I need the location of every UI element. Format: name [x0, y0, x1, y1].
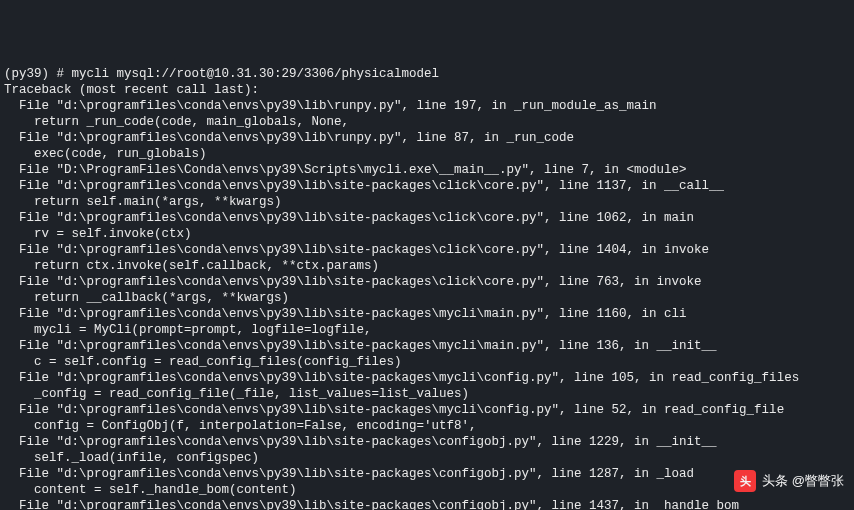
terminal-line: rv = self.invoke(ctx): [4, 226, 850, 242]
terminal-line: content = self._handle_bom(content): [4, 482, 850, 498]
terminal-line: File "D:\ProgramFiles\Conda\envs\py39\Sc…: [4, 162, 850, 178]
watermark-logo-icon: 头: [734, 470, 756, 492]
terminal-line: self._load(infile, configspec): [4, 450, 850, 466]
terminal-line: File "d:\programfiles\conda\envs\py39\li…: [4, 98, 850, 114]
terminal-line: File "d:\programfiles\conda\envs\py39\li…: [4, 130, 850, 146]
terminal-line: config = ConfigObj(f, interpolation=Fals…: [4, 418, 850, 434]
terminal-line: File "d:\programfiles\conda\envs\py39\li…: [4, 306, 850, 322]
terminal-line: File "d:\programfiles\conda\envs\py39\li…: [4, 402, 850, 418]
watermark-label: 头条 @瞥瞥张: [762, 473, 844, 490]
terminal-line: (py39) # mycli mysql://root@10.31.30:29/…: [4, 66, 850, 82]
terminal-line: return ctx.invoke(self.callback, **ctx.p…: [4, 258, 850, 274]
terminal-line: _config = read_config_file(_file, list_v…: [4, 386, 850, 402]
terminal-output[interactable]: (py39) # mycli mysql://root@10.31.30:29/…: [4, 66, 850, 510]
watermark: 头 头条 @瞥瞥张: [734, 470, 844, 492]
terminal-line: File "d:\programfiles\conda\envs\py39\li…: [4, 466, 850, 482]
terminal-line: File "d:\programfiles\conda\envs\py39\li…: [4, 370, 850, 386]
terminal-line: File "d:\programfiles\conda\envs\py39\li…: [4, 242, 850, 258]
terminal-line: return __callback(*args, **kwargs): [4, 290, 850, 306]
terminal-line: File "d:\programfiles\conda\envs\py39\li…: [4, 178, 850, 194]
terminal-line: return self.main(*args, **kwargs): [4, 194, 850, 210]
terminal-line: mycli = MyCli(prompt=prompt, logfile=log…: [4, 322, 850, 338]
terminal-line: c = self.config = read_config_files(conf…: [4, 354, 850, 370]
terminal-line: return _run_code(code, main_globals, Non…: [4, 114, 850, 130]
terminal-line: File "d:\programfiles\conda\envs\py39\li…: [4, 338, 850, 354]
terminal-line: File "d:\programfiles\conda\envs\py39\li…: [4, 210, 850, 226]
terminal-line: File "d:\programfiles\conda\envs\py39\li…: [4, 498, 850, 510]
terminal-line: File "d:\programfiles\conda\envs\py39\li…: [4, 274, 850, 290]
terminal-line: Traceback (most recent call last):: [4, 82, 850, 98]
terminal-line: File "d:\programfiles\conda\envs\py39\li…: [4, 434, 850, 450]
terminal-line: exec(code, run_globals): [4, 146, 850, 162]
